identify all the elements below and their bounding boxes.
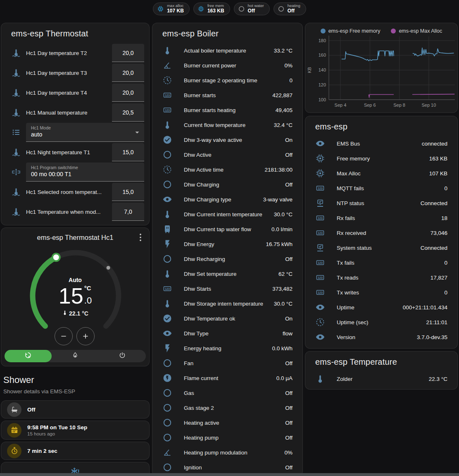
svg-text:140: 140 — [319, 67, 326, 72]
entity-row-dhw-charging-type[interactable]: Dhw Charging type 3-way valve — [152, 192, 302, 207]
entity-value: 0 — [444, 260, 447, 266]
entity-label: Dhw Set temperature — [184, 271, 275, 277]
entity-label: Dhw Active — [184, 152, 282, 158]
entity-row-ignition[interactable]: Ignition Off — [152, 460, 302, 475]
temperature-input[interactable]: 20,0 — [112, 44, 144, 62]
thermo-water-icon — [11, 68, 21, 78]
temperature-input[interactable]: 20,0 — [112, 84, 144, 102]
entity-row-system-status[interactable]: System status Connected — [305, 240, 457, 255]
entity-row-actual-boiler-temperature[interactable]: Actual boiler temperature 33.2 °C — [152, 43, 302, 58]
entity-value: 30.0 °C — [274, 211, 293, 218]
entity-row-dhw-recharging[interactable]: Dhw Recharging Off — [152, 251, 302, 266]
hvac-mode-heat-button[interactable] — [52, 350, 99, 362]
thermo-water-icon — [11, 88, 21, 98]
card-title: ems-esp — [305, 116, 457, 132]
entity-row-gas-stage-2[interactable]: Gas stage 2 Off — [152, 400, 302, 415]
increase-temp-button[interactable] — [76, 327, 95, 345]
entity-row-flame-current[interactable]: Flame current 0.0 µA — [152, 371, 302, 385]
card-title: ems-esp Boiler — [152, 23, 302, 38]
entity-value: 18 — [441, 215, 447, 221]
entity-row-dhw-current-intern-temperature[interactable]: Dhw Current intern temperature 30.0 °C — [152, 207, 302, 222]
entity-row-ntp-status[interactable]: NTP status Connected — [305, 196, 457, 210]
entity-row-dhw-charging[interactable]: Dhw Charging Off — [152, 177, 302, 192]
shower-card-0[interactable]: Off — [1, 400, 150, 419]
entity-row-current-flow-temperature[interactable]: Current flow temperature 32.4 °C — [152, 117, 302, 132]
badge-hot-water[interactable]: hot water Off — [234, 2, 270, 15]
entity-row-uptime-sec-[interactable]: Uptime (sec) 21:11:01 — [305, 315, 457, 330]
entity-row-version[interactable]: Version 3.7.0-dev.35 — [305, 330, 457, 344]
entity-row-burner-current-power[interactable]: Burner current power 0% — [152, 58, 302, 73]
entity-row-tx-writes[interactable]: 123 Tx writes 0 — [305, 285, 457, 300]
entity-row-dhw-starts[interactable]: 123 Dhw Starts 373,482 — [152, 281, 302, 296]
entity-label: Hc1 Temperature when mod... — [26, 209, 112, 215]
mode-select[interactable]: Hc1 Mode auto — [26, 123, 144, 142]
counter-icon: 123 — [162, 90, 172, 100]
temperature-input[interactable]: 15,0 — [112, 183, 144, 201]
badge-free-mem[interactable]: free mem 163 KB — [193, 2, 230, 15]
entity-row-zolder[interactable]: Zolder 22.3 °C — [305, 371, 457, 386]
entity-row-tx-reads[interactable]: 123 Tx reads 17,827 — [305, 270, 457, 285]
shower-card-2[interactable]: 7 min 2 sec — [1, 442, 150, 460]
hvac-mode-off-button[interactable] — [99, 350, 146, 362]
entity-row-uptime[interactable]: Uptime 000+21:11:01.434 — [305, 300, 457, 315]
entity-row-dhw-3-way-valve-active[interactable]: Dhw 3-way valve active On — [152, 132, 302, 147]
thermo-water-icon — [11, 48, 21, 58]
badge-heating[interactable]: heating Off — [273, 2, 306, 15]
entity-row-dhw-energy[interactable]: Dhw Energy 16.75 kWh — [152, 237, 302, 251]
entity-label: Gas stage 2 — [184, 405, 282, 411]
entity-row-dhw-current-tap-water-flow[interactable]: Dhw Current tap water flow 0.0 l/min — [152, 222, 302, 237]
entity-row-max-alloc[interactable]: Max Alloc 107 KB — [305, 166, 457, 181]
field-value: auto — [31, 131, 139, 138]
entity-value: connected — [422, 141, 447, 147]
counter-icon: 123 — [315, 228, 325, 238]
hvac-mode-auto-button[interactable]: A — [5, 350, 52, 362]
entity-label: Hc1 Manual temperature — [26, 110, 112, 116]
entity-row-burner-starts-heating[interactable]: 123 Burner starts heating 49,405 — [152, 103, 302, 117]
entity-row-dhw-active-time[interactable]: Dhw Active time 2181:38:00 — [152, 162, 302, 177]
entity-label: Dhw Current tap water flow — [184, 226, 268, 232]
entity-row-burner-starts[interactable]: 123 Burner starts 422,887 — [152, 88, 302, 103]
kebab-menu-icon[interactable] — [135, 232, 146, 243]
entity-value: 2181:38:00 — [264, 167, 293, 173]
horizontal-scrollbar[interactable] — [0, 473, 459, 476]
entity-label: Fan — [184, 360, 282, 366]
entity-row-dhw-set-temperature[interactable]: Dhw Set temperature 62 °C — [152, 266, 302, 281]
entity-label: Dhw Recharging — [184, 256, 282, 262]
entity-row-dhw-active[interactable]: Dhw Active Off — [152, 147, 302, 162]
entity-row-heating-pump[interactable]: Heating pump Off — [152, 430, 302, 445]
entity-row-burner-stage-2-operating-time[interactable]: Burner stage 2 operating time 0 — [152, 73, 302, 88]
entity-row-mqtt-fails[interactable]: 123 MQTT fails 0 — [305, 181, 457, 196]
thermometer-icon — [162, 120, 172, 130]
entity-row-fan[interactable]: Fan Off — [152, 356, 302, 371]
text-input[interactable]: Hc1 Program switchtime 00 mo 00:00 T1 — [26, 163, 144, 182]
decrease-temp-button[interactable] — [55, 327, 73, 345]
entity-row-ems-bus[interactable]: EMS Bus connected — [305, 136, 457, 151]
entity-label: Ignition — [184, 464, 282, 471]
entity-row-heating-pump-modulation[interactable]: Heating pump modulation 0% — [152, 445, 302, 460]
entity-value: Off — [285, 360, 293, 366]
temperature-input[interactable]: 15,0 — [112, 143, 144, 161]
shower-card-1[interactable]: 9:58 PM on Tue 10 Sep 15 hours ago — [1, 421, 150, 440]
entity-label: System status — [337, 245, 417, 251]
entity-row-rx-received[interactable]: 123 Rx received 73,046 — [305, 225, 457, 240]
entity-row-dhw-type[interactable]: Dhw Type flow — [152, 326, 302, 341]
entity-row-gas[interactable]: Gas Off — [152, 385, 302, 400]
badge-max-alloc[interactable]: max alloc 107 KB — [153, 2, 190, 15]
entity-row-dhw-temperature-ok[interactable]: Dhw Temperature ok On — [152, 311, 302, 326]
entity-value: Off — [285, 182, 293, 188]
svg-text:120: 120 — [319, 82, 326, 87]
entity-label: Energy heating — [184, 345, 269, 352]
entity-label: Heating pump — [184, 435, 282, 441]
entity-row-energy-heating[interactable]: Energy heating 0.0 kWh — [152, 341, 302, 356]
entity-label: Rx fails — [337, 215, 438, 221]
entity-row-heating-active[interactable]: Heating active Off — [152, 415, 302, 430]
entity-row-free-memory[interactable]: Free memory 163 KB — [305, 151, 457, 166]
entity-row-tx-fails[interactable]: 123 Tx fails 0 — [305, 255, 457, 270]
temperature-input[interactable]: 20,5 — [112, 103, 144, 122]
entity-label: Heating active — [184, 420, 282, 426]
temperature-input[interactable]: 20,0 — [112, 64, 144, 82]
entity-row-rx-fails[interactable]: 123 Rx fails 18 — [305, 210, 457, 225]
entity-row-dhw-storage-intern-temperature[interactable]: Dhw Storage intern temperature 30.0 °C — [152, 296, 302, 311]
entity-label: Current flow temperature — [184, 122, 271, 128]
temperature-input[interactable]: 7,0 — [112, 203, 144, 221]
